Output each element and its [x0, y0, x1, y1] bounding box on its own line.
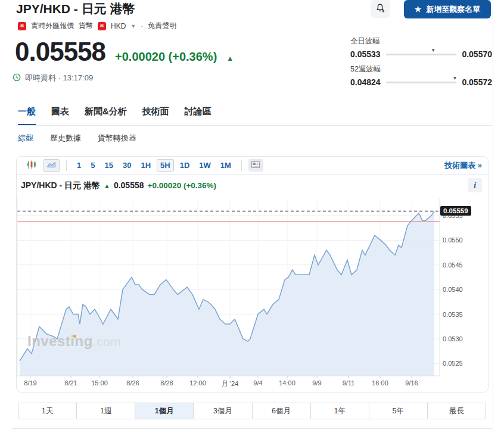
timeframe-list: 1515301H5H1D1W1M [73, 159, 235, 172]
info-button[interactable]: i [468, 178, 482, 192]
toolbar-separator-2 [241, 160, 242, 171]
watermark-text: Investing [27, 333, 93, 349]
period-1[interactable]: 1天 [18, 403, 77, 419]
x-axis-label: 12:00 [189, 379, 206, 387]
realtime-label: 即時資料 · 13:17:09 [25, 73, 93, 83]
last-price-badge: 0.05559 [440, 206, 471, 216]
pair-currency-select[interactable]: HKD [111, 22, 126, 30]
daily-range-track: ▼ [386, 54, 457, 55]
period-2[interactable]: 1週 [76, 403, 135, 419]
price-row: 0.05558 +0.00020 (+0.36%) ▲ [15, 37, 234, 67]
main-tab-2[interactable]: 圖表 [51, 106, 69, 126]
add-to-watchlist-button[interactable]: ★ 新增至觀察名單 [404, 0, 491, 18]
timeframe-1D[interactable]: 1D [176, 159, 194, 172]
price-area-chart[interactable] [17, 198, 440, 379]
timeframe-1M[interactable]: 1M [217, 159, 235, 172]
x-axis-label: 8/21 [64, 379, 77, 387]
main-tab-1[interactable]: 一般 [18, 106, 36, 126]
chart-pair-title: JPY/HKD - 日元 港幣 [21, 180, 100, 191]
period-6[interactable]: 1年 [310, 403, 369, 419]
main-tab-5[interactable]: 討論區 [185, 106, 211, 126]
breadcrumb: ✻ 實時外匯報價 貨幣 ✻ HKD ▼ · 免責聲明 [18, 21, 176, 31]
star-icon: ★ [415, 5, 422, 14]
week52-range-label: 52週波幅 [350, 64, 492, 74]
daily-range-marker-icon: ▼ [431, 48, 435, 53]
news-panel-icon [251, 161, 260, 170]
timeframe-30[interactable]: 30 [119, 159, 135, 172]
price-change: +0.00020 (+0.36%) [115, 50, 217, 64]
week52-range: 52週波幅 0.04824 ▼ 0.05572 [350, 64, 492, 87]
hk-flag-icon-small: ✻ [98, 22, 106, 30]
x-axis-label: 14:00 [279, 379, 295, 387]
period-selector: 1天1週1個月3個月6個月1年5年最長 [18, 403, 486, 419]
x-axis-label: 15:00 [91, 379, 108, 387]
candlestick-chart-button[interactable] [23, 159, 41, 172]
clock-icon [13, 73, 21, 83]
bell-plus-icon [375, 3, 385, 15]
x-axis-label: 9/16 [405, 379, 418, 387]
chart-price-change: +0.00020 (+0.36%) [148, 181, 217, 190]
x-axis-label: 8/19 [24, 379, 36, 387]
x-axis-label: 8/28 [160, 379, 173, 387]
y-axis-label: 0.0525 [443, 360, 463, 367]
week52-range-track: ▼ [386, 82, 457, 83]
daily-range-low: 0.05533 [350, 49, 381, 59]
investing-watermark: Investing.com [27, 333, 121, 350]
up-arrow-icon: ▲ [226, 54, 234, 63]
y-axis-label: 0.0545 [443, 261, 463, 269]
timeframe-15[interactable]: 15 [101, 159, 116, 172]
daily-range: 全日波幅 0.05533 ▼ 0.05570 [350, 36, 492, 59]
x-axis-label: 月 '24 [222, 379, 238, 388]
main-tab-3[interactable]: 新聞&分析 [85, 106, 127, 126]
area-chart-icon [47, 161, 56, 170]
watermark-dot-icon [73, 335, 76, 338]
breadcrumb-currency-link[interactable]: 貨幣 [79, 21, 93, 31]
sub-tab-2[interactable]: 歷史數據 [50, 133, 81, 144]
main-tabs-bar: 一般圖表新聞&分析技術面討論區 [0, 106, 492, 126]
create-alert-button[interactable] [371, 0, 390, 18]
daily-range-label: 全日波幅 [350, 36, 492, 46]
x-axis-label: 9/9 [312, 379, 321, 387]
chart-widget: 1515301H5H1D1W1M 技術圖表 » JPY/HKD - 日元 港幣 [16, 156, 489, 392]
ranges-panel: 全日波幅 0.05533 ▼ 0.05570 52週波幅 0.04824 ▼ 0… [350, 36, 492, 87]
page-right-divider [493, 0, 493, 433]
period-3[interactable]: 1個月 [135, 403, 194, 419]
main-tabs: 一般圖表新聞&分析技術面討論區 [0, 106, 492, 126]
main-tab-4[interactable]: 技術面 [142, 106, 169, 126]
y-axis-label: 0.0530 [443, 335, 463, 342]
breadcrumb-realtime-link[interactable]: 實時外匯報價 [31, 21, 74, 31]
dot-separator: · [141, 22, 143, 30]
week52-range-high: 0.05572 [462, 77, 492, 87]
x-axis-label: 16:00 [372, 379, 388, 387]
sub-tab-3[interactable]: 貨幣轉換器 [98, 133, 136, 144]
chart-toolbar: 1515301H5H1D1W1M 技術圖表 » [17, 157, 488, 175]
sub-tabs: 綜觀歷史數據貨幣轉換器 [18, 133, 136, 144]
y-axis-label: 0.0540 [443, 286, 463, 293]
x-axis-label: 9/11 [343, 379, 355, 387]
y-axis-label: 0.0535 [443, 311, 463, 318]
period-8[interactable]: 最長 [427, 403, 486, 419]
daily-range-high: 0.05570 [462, 49, 492, 59]
candlestick-icon [27, 160, 36, 171]
tabs-divider [17, 125, 492, 126]
toolbar-separator [66, 160, 67, 171]
chart-up-arrow-icon: ▲ [104, 182, 110, 189]
area-chart-button[interactable] [43, 159, 60, 172]
technical-chart-link[interactable]: 技術圖表 » [444, 160, 482, 171]
timeframe-1W[interactable]: 1W [195, 159, 214, 172]
disclaimer-link[interactable]: 免責聲明 [148, 21, 176, 31]
period-5[interactable]: 6個月 [252, 403, 311, 419]
period-7[interactable]: 5年 [369, 403, 428, 419]
page-title: JPY/HKD - 日元 港幣 [16, 1, 135, 17]
watermark-suffix: .com [93, 335, 122, 348]
timeframe-5[interactable]: 5 [87, 159, 98, 172]
y-axis-label: 0.0550 [443, 236, 463, 244]
timeframe-1H[interactable]: 1H [137, 159, 154, 172]
timeframe-1[interactable]: 1 [73, 159, 85, 172]
period-4[interactable]: 3個月 [193, 403, 252, 419]
news-panel-button[interactable] [248, 159, 263, 172]
timeframe-5H[interactable]: 5H [157, 159, 174, 172]
week52-range-marker-icon: ▼ [452, 76, 457, 81]
sub-tab-1[interactable]: 綜觀 [18, 133, 33, 144]
chevron-down-icon[interactable]: ▼ [130, 23, 136, 29]
